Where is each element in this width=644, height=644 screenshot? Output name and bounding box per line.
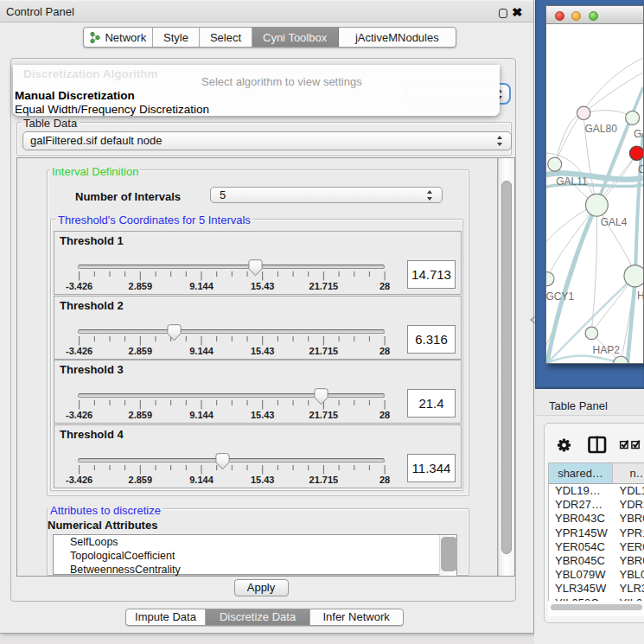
svg-text:GAL80: GAL80 bbox=[585, 123, 618, 135]
svg-text:GCY1: GCY1 bbox=[546, 290, 575, 303]
svg-text:HI: HI bbox=[637, 290, 643, 302]
svg-text:CY: CY bbox=[638, 163, 643, 175]
svg-text:GAL4: GAL4 bbox=[601, 216, 628, 228]
svg-text:GAL11: GAL11 bbox=[556, 175, 588, 188]
svg-text:GA: GA bbox=[634, 128, 643, 140]
svg-text:HAP2: HAP2 bbox=[593, 344, 621, 356]
